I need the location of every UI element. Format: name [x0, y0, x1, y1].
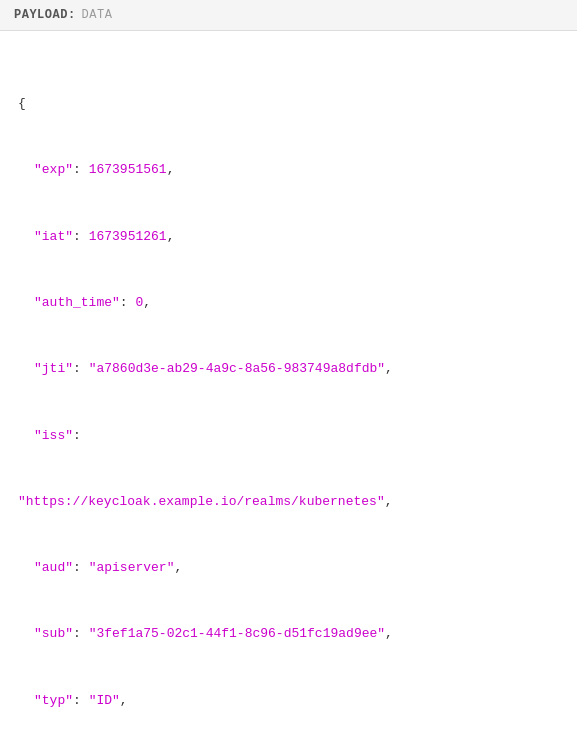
- iss-value: https://keycloak.example.io/realms/kuber…: [26, 494, 377, 509]
- jti-value: a7860d3e-ab29-4a9c-8a56-983749a8dfdb: [96, 361, 377, 376]
- sub-value: 3fef1a75-02c1-44f1-8c96-d51fc19ad9ee: [96, 626, 377, 641]
- header: PAYLOAD: DATA: [0, 0, 577, 31]
- content-area: { "exp": 1673951561, "iat": 1673951261, …: [0, 31, 577, 739]
- json-block: { "exp": 1673951561, "iat": 1673951261, …: [18, 49, 559, 739]
- aud-value: apiserver: [96, 560, 166, 575]
- typ-value: ID: [96, 693, 112, 708]
- iat-value: 1673951261: [89, 229, 167, 244]
- exp-value: 1673951561: [89, 162, 167, 177]
- data-sublabel: DATA: [82, 8, 113, 22]
- payload-label: PAYLOAD:: [14, 8, 76, 22]
